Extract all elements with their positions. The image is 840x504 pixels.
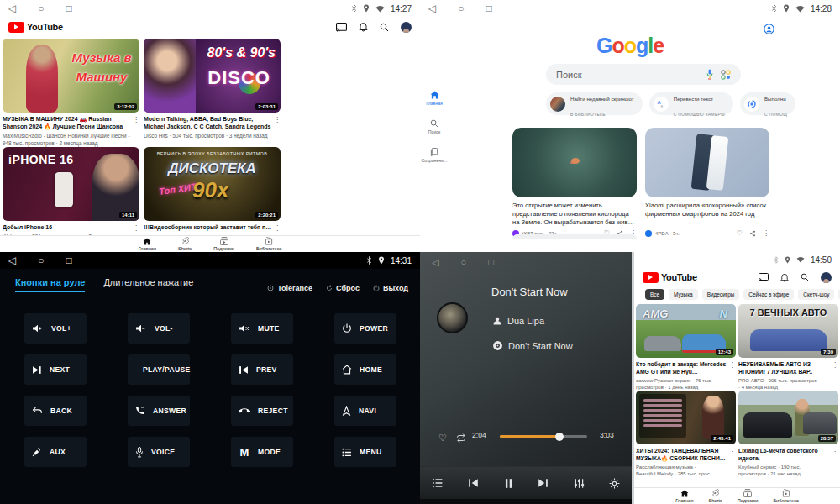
more-options-icon[interactable]: ⋮ — [133, 116, 139, 131]
recents-key-icon[interactable]: □ — [66, 3, 71, 13]
key-answer[interactable]: ANSWER — [128, 396, 190, 426]
video-title[interactable]: ХИТЫ 2024: ТАНЦЕВАЛЬНАЯ МУЗЫКА🔥 СБОРНИК … — [636, 448, 729, 462]
more-options-icon[interactable]: ⋮ — [133, 224, 139, 232]
more-options-icon[interactable]: ⋮ — [274, 224, 281, 232]
video-card[interactable]: 2:43:41 ХИТЫ 2024: ТАНЦЕВАЛЬНАЯ МУЗЫКА🔥 … — [636, 391, 736, 477]
video-card[interactable]: iPHONE 16 14:11 Добыл iPhone 16⋮ Wylsaco… — [3, 147, 139, 241]
back-key-icon[interactable]: ◁ — [8, 3, 16, 13]
chip-music[interactable]: Музыка — [669, 289, 698, 300]
video-thumbnail[interactable]: 7 ВЕЧНЫХ АВТО 7:39 — [738, 304, 838, 358]
share-icon[interactable] — [749, 230, 756, 237]
video-thumbnail[interactable]: ВЕРНИСЬ В ЭПОХУ БЕЗЗАБОТНЫХ РИТМОВ ДИСКО… — [144, 147, 281, 221]
key-next[interactable]: NEXT — [24, 354, 87, 385]
video-card[interactable]: AMG N 12:43 Кто победит в заезде: Merced… — [636, 304, 736, 391]
nav-shorts[interactable]: Shorts — [708, 489, 722, 503]
video-thumbnail[interactable]: iPHONE 16 14:11 — [3, 147, 139, 221]
key-vol-minus[interactable]: VOL- — [128, 313, 190, 344]
video-card[interactable]: Музыка вМашину 3:12:02 МУЗЫКА В МАШИНУ 2… — [3, 39, 139, 147]
home-key-icon[interactable]: ○ — [38, 3, 44, 13]
key-voice[interactable]: VOICE — [128, 437, 190, 467]
recents-key-icon[interactable]: □ — [486, 3, 491, 13]
chip-find-screenshot[interactable]: Найти недавний скриншотВ БИБЛИОТЕКЕ — [546, 92, 643, 115]
notifications-bell-icon[interactable] — [359, 22, 368, 32]
video-thumbnail[interactable]: 28:57 — [738, 391, 838, 444]
key-mode[interactable]: MMODE — [231, 437, 293, 467]
like-heart-icon[interactable]: ♡ — [737, 229, 743, 237]
card-title[interactable]: Это открытие может изменить представлени… — [512, 202, 637, 227]
back-key-icon[interactable]: ◁ — [432, 257, 438, 268]
rail-home[interactable]: Главная — [426, 91, 443, 106]
more-options-icon[interactable]: ⋮ — [763, 229, 769, 237]
playlist-icon[interactable] — [432, 478, 444, 488]
recents-key-icon[interactable]: □ — [66, 255, 71, 265]
key-prev[interactable]: PREV — [231, 354, 293, 385]
notifications-bell-icon[interactable] — [780, 273, 789, 282]
key-vol-plus[interactable]: VOL+ — [24, 313, 87, 344]
video-card[interactable]: ВЕРНИСЬ В ЭПОХУ БЕЗЗАБОТНЫХ РИТМОВ ДИСКО… — [144, 147, 281, 241]
rail-saved[interactable]: Сохранени... — [422, 148, 448, 163]
video-title[interactable]: НЕУБИВАЕМЫЕ АВТО ИЗ ЯПОНИИ! 7 ЛУЧШИХ ВАР… — [738, 361, 832, 375]
home-key-icon[interactable]: ○ — [460, 257, 466, 268]
cast-icon[interactable] — [336, 23, 347, 32]
feed-card[interactable]: Это открытие может изменить представлени… — [512, 128, 637, 237]
feed-card[interactable]: Xiaomi расширила «похоронный» список фир… — [645, 128, 769, 237]
video-card[interactable]: 80's & 90's DISCO 2:03:31 Modern Talking… — [144, 39, 281, 147]
key-navi[interactable]: NAVI — [334, 396, 396, 426]
video-thumbnail[interactable]: 80's & 90's DISCO 2:03:31 — [144, 39, 281, 113]
key-play-pause[interactable]: PLAY/PAUSE — [128, 354, 190, 385]
key-aux[interactable]: AUX — [24, 437, 87, 467]
chip-live[interactable]: Сейчас в эфире — [743, 289, 794, 300]
card-title[interactable]: Xiaomi расширила «похоронный» список фир… — [645, 202, 769, 227]
nav-shorts[interactable]: Shorts — [178, 237, 192, 251]
video-title[interactable]: !!!Видеосборник который заставит тебя пе… — [144, 224, 274, 232]
video-card[interactable]: 7 ВЕЧНЫХ АВТО 7:39 НЕУБИВАЕМЫЕ АВТО ИЗ Я… — [738, 304, 838, 391]
chip-gaming[interactable]: Видеоигры — [702, 289, 740, 300]
key-back[interactable]: BACK — [24, 396, 87, 426]
account-avatar[interactable] — [401, 22, 412, 33]
home-key-icon[interactable]: ○ — [458, 3, 464, 13]
nav-home[interactable]: Главная — [675, 490, 693, 503]
chip-sketch[interactable]: Скетч-шоу — [798, 289, 834, 300]
favorite-heart-icon[interactable]: ♡ — [438, 433, 447, 444]
more-options-icon[interactable]: ⋮ — [729, 361, 736, 375]
action-exit[interactable]: Выход — [373, 284, 408, 292]
search-icon[interactable] — [380, 23, 389, 32]
nav-home[interactable]: Главная — [139, 238, 156, 251]
video-title[interactable]: Добыл iPhone 16 — [3, 224, 133, 232]
chip-search-help[interactable]: ВыполниС ПОМОЩ — [740, 92, 795, 115]
home-key-icon[interactable]: ○ — [38, 255, 44, 265]
back-key-icon[interactable]: ◁ — [8, 255, 16, 265]
nav-subscriptions[interactable]: Подписки — [213, 237, 234, 251]
prev-track-icon[interactable] — [468, 478, 479, 488]
youtube-logo[interactable]: YouTube — [643, 272, 697, 283]
video-thumbnail[interactable]: AMG N 12:43 — [636, 304, 736, 358]
nav-library[interactable]: Библиотека — [256, 237, 281, 251]
account-avatar[interactable] — [821, 272, 832, 283]
key-mute[interactable]: MUTE — [231, 313, 293, 344]
next-track-icon[interactable] — [538, 478, 549, 488]
tab-steering-keys[interactable]: Кнопки на руле — [15, 277, 85, 292]
pause-icon[interactable] — [504, 478, 513, 489]
tab-long-press[interactable]: Длительное нажатие — [103, 277, 193, 292]
video-thumbnail[interactable]: Музыка вМашину 3:12:02 — [3, 39, 139, 113]
seek-thumb[interactable] — [555, 433, 564, 441]
key-home[interactable]: HOME — [334, 354, 396, 385]
video-title[interactable]: Кто победит в заезде: Mercedes-AMG GT ил… — [636, 361, 729, 375]
search-icon[interactable] — [801, 273, 809, 281]
video-card[interactable]: 28:57 Lixiang L6-мечта советского идиота… — [738, 391, 838, 477]
chip-all[interactable]: Все — [645, 289, 664, 300]
google-lens-icon[interactable] — [721, 70, 731, 80]
more-options-icon[interactable]: ⋮ — [729, 448, 736, 462]
seek-bar[interactable] — [500, 435, 587, 438]
recents-key-icon[interactable]: □ — [488, 257, 494, 268]
back-key-icon[interactable]: ◁ — [428, 3, 436, 13]
video-title[interactable]: Lixiang L6-мечта советского идиота. — [738, 448, 832, 462]
action-tolerance[interactable]: Tolerance — [267, 284, 312, 292]
cast-icon[interactable] — [759, 273, 769, 281]
more-options-icon[interactable]: ⋮ — [274, 116, 281, 131]
video-title[interactable]: Modern Talking, ABBA, Bad Boys Blue, Mic… — [144, 116, 274, 131]
key-power[interactable]: POWER — [334, 313, 396, 344]
repeat-icon[interactable] — [456, 433, 466, 443]
youtube-logo[interactable]: YouTube — [8, 22, 63, 33]
voice-search-mic-icon[interactable] — [706, 69, 714, 80]
